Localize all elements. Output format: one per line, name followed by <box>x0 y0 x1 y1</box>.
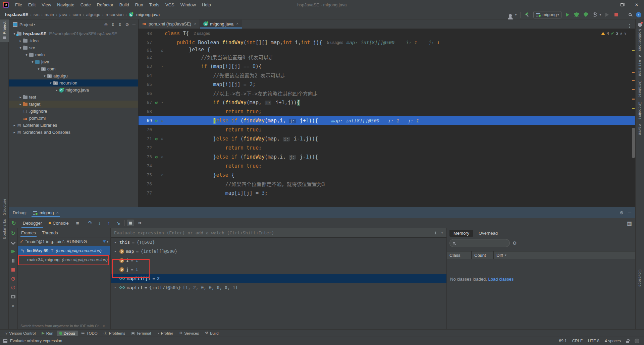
debug-tab-console[interactable]: Console <box>45 218 72 228</box>
collapse-all-button[interactable]: ⇕ <box>118 22 122 27</box>
view-options-icon[interactable]: ≋ <box>136 221 145 226</box>
line-number[interactable]: 63 <box>139 64 153 69</box>
code-line-73[interactable]: 73 ↺ ⌂ }else if (findWay(map,i, j: j-1))… <box>139 152 635 161</box>
tree-item-external libraries[interactable]: ▸▤External Libraries <box>9 122 138 129</box>
minimize-button[interactable] <box>600 0 614 10</box>
tree-item-recursion[interactable]: ▾recursion <box>9 79 138 87</box>
thread-selector[interactable]: ✓ "main"@1 in g...ain": RUNNING ▾ <box>18 237 110 246</box>
variable-row-this[interactable]: ▸ this = {T@502} <box>111 238 446 247</box>
toolwindow-build[interactable]: ⚒Build <box>202 330 221 336</box>
menu-code[interactable]: Code <box>77 0 94 10</box>
toolwindow-services[interactable]: ⚙Services <box>176 330 202 336</box>
toolwindow-problems[interactable]: ⓘProblems <box>101 330 128 337</box>
tree-chevron-icon[interactable]: ▸ <box>18 95 23 99</box>
next-problem-icon[interactable]: ∨ <box>624 32 627 35</box>
menu-tools[interactable]: Tools <box>146 0 162 10</box>
line-separator[interactable]: CRLF <box>572 339 583 343</box>
code-line-74[interactable]: 74 return true; <box>139 161 635 170</box>
user-profile-button[interactable] <box>507 12 514 18</box>
run-to-cursor-button[interactable]: ↘ <box>114 220 122 226</box>
code-line-70[interactable]: 70 return true; <box>139 125 635 134</box>
line-number[interactable]: 70 <box>139 127 153 132</box>
tree-item-scratches and consoles[interactable]: ▸▤Scratches and Consoles <box>9 129 138 136</box>
tree-item-.gitignore[interactable]: ▢.gitignore <box>9 108 138 115</box>
fold-marker-icon[interactable]: ⌂ <box>160 155 165 159</box>
menu-refactor[interactable]: Refactor <box>94 0 116 10</box>
menu-edit[interactable]: Edit <box>25 0 39 10</box>
menu-build[interactable]: Build <box>116 0 132 10</box>
variable-row-j[interactable]: p j = 1 <box>111 265 446 274</box>
locate-file-button[interactable]: ⊕ <box>104 22 108 27</box>
code-line-69[interactable]: 69 ↺ ⌂ }else if (findWay(map,i, j: j+1))… <box>139 116 635 125</box>
sidebar-item-endpoints[interactable]: Endpoints <box>638 100 642 121</box>
line-number[interactable]: 61 <box>139 48 153 53</box>
settings-gear-icon[interactable]: ⚙ <box>513 240 517 246</box>
menu-file[interactable]: File <box>12 0 25 10</box>
debug-session-tab[interactable]: migong × <box>32 207 60 218</box>
close-icon[interactable]: × <box>56 210 59 215</box>
tree-item-.idea[interactable]: ▸.idea <box>9 37 138 44</box>
code-area[interactable]: 48 class T{2 usages 57 public Boolean fi… <box>139 29 635 207</box>
line-number[interactable]: 77 <box>139 190 153 195</box>
code-line-63[interactable]: 63 ▾ if (map[i][j] == 0){ <box>139 62 635 71</box>
fold-marker-icon[interactable]: ⌂ <box>160 48 165 53</box>
memory-column-diff[interactable]: Diff ▾ <box>494 251 635 259</box>
editor-tab-pom.xml[interactable]: mpom.xml (hspJavaSE)× <box>139 19 200 28</box>
chevron-down-icon[interactable]: ▾ <box>107 240 108 243</box>
layout-settings-icon[interactable]: ▦ <box>627 220 632 226</box>
line-number[interactable]: 65 <box>139 82 153 87</box>
chevron-down-icon[interactable]: ▾ <box>34 23 35 26</box>
tree-chevron-icon[interactable]: ▾ <box>24 53 29 57</box>
layout-menu-icon[interactable]: ≡ <box>73 220 82 226</box>
breadcrumb-item[interactable]: Cmigong.java <box>128 12 161 17</box>
sidebar-item-ai-assistant[interactable]: AI Assistant <box>638 53 642 78</box>
code-line-72[interactable]: 72 return true; <box>139 143 635 152</box>
tree-chevron-icon[interactable]: ▾ <box>42 74 47 78</box>
evaluate-expression-button[interactable]: ▦ <box>127 220 134 226</box>
expand-chevron-icon[interactable]: ▸ <box>113 249 117 253</box>
view-breakpoints-button[interactable] <box>10 276 16 282</box>
hide-panel-button[interactable]: ─ <box>628 210 631 215</box>
fold-marker-icon[interactable]: ⌂ <box>160 136 165 141</box>
toolwindow-terminal[interactable]: ▣Terminal <box>128 330 154 336</box>
more-actions-button[interactable]: » <box>10 303 16 309</box>
line-number[interactable]: 62 <box>139 55 153 60</box>
maximize-button[interactable] <box>614 0 629 10</box>
close-icon[interactable]: × <box>236 21 238 26</box>
line-number[interactable]: 71 <box>139 136 153 141</box>
breadcrumb-item[interactable]: main <box>44 12 55 17</box>
sidebar-item-database[interactable]: Database <box>638 78 642 100</box>
tree-item-java[interactable]: ▾java <box>9 58 138 65</box>
expand-all-button[interactable]: ⇕ <box>111 22 115 27</box>
coverage-button[interactable] <box>583 12 589 18</box>
usages-hint[interactable]: 2 usages <box>194 31 210 36</box>
memory-column-class[interactable]: Class <box>447 251 472 259</box>
mute-breakpoints-button[interactable]: ∅ <box>10 285 16 291</box>
variable-row-map[interactable]: ▸p map = {int[8][]@500} <box>111 247 446 256</box>
line-number[interactable]: 74 <box>139 163 153 168</box>
menu-navigate[interactable]: Navigate <box>54 0 77 10</box>
code-line-48[interactable]: 48 class T{2 usages <box>139 29 635 38</box>
tree-chevron-icon[interactable]: ▸ <box>54 88 59 92</box>
line-number[interactable]: 73 <box>139 154 153 159</box>
tree-chevron-icon[interactable]: ▾ <box>30 60 35 64</box>
file-encoding[interactable]: UTF-8 <box>588 339 599 343</box>
toolwindow-run[interactable]: ▶Run <box>39 330 56 336</box>
more-tabs-icon[interactable]: ⋮ <box>624 23 635 28</box>
expand-chevron-icon[interactable]: ▸ <box>113 240 117 244</box>
run-button[interactable] <box>565 12 571 18</box>
caret-position[interactable]: 69:1 <box>559 339 567 343</box>
tree-item-atguigu[interactable]: ▾atguigu <box>9 72 138 79</box>
hide-panel-button[interactable]: ─ <box>132 22 136 27</box>
line-number[interactable]: 75 <box>139 172 153 177</box>
code-line-68[interactable]: 68 return true; <box>139 107 635 116</box>
stop-button[interactable] <box>613 12 619 18</box>
tree-item-src[interactable]: ▾src <box>9 44 138 51</box>
frames-tab-frames[interactable]: Frames <box>21 228 36 237</box>
menu-window[interactable]: Window <box>177 0 199 10</box>
profiler-button[interactable] <box>592 12 598 18</box>
pause-button[interactable] <box>10 257 16 264</box>
sidebar-item-structure[interactable]: Structure <box>2 196 6 217</box>
settings-gear-icon[interactable]: ⚙ <box>125 22 129 27</box>
expand-chevron-icon[interactable]: ▸ <box>113 286 117 289</box>
